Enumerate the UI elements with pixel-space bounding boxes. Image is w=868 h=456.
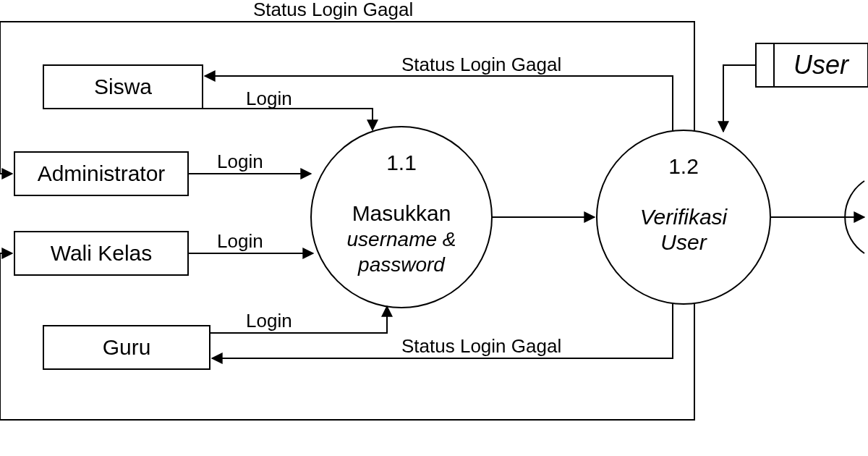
dfd-diagram: Siswa Administrator Wali Kelas Guru User… [0,0,868,456]
entity-administrator-label: Administrator [38,161,166,185]
entity-user-label: User [793,50,850,80]
flow-gagal-guru-label: Status Login Gagal [401,335,561,357]
process-1-1: 1.1 Masukkan username & password [311,127,492,308]
flow-login-wali-kelas: Login [188,230,313,253]
process-1-1-line1: Masukkan [352,201,451,225]
process-1-1-line3: password [357,253,446,276]
flow-p12-out-right [770,181,864,253]
flow-gagal-administrator-label: Status Login Gagal [253,0,413,20]
entity-siswa: Siswa [43,65,203,109]
process-1-2-line2: User [660,230,707,254]
flow-user-to-p12 [723,65,756,132]
flow-login-administrator: Login [188,151,311,174]
flow-gagal-siswa-label: Status Login Gagal [401,54,561,75]
process-1-2: 1.2 Verifikasi User [597,130,770,304]
flow-login-guru-label: Login [246,310,292,332]
flow-login-siswa: Login [203,88,373,130]
process-1-1-number: 1.1 [386,151,417,174]
process-1-1-line2: username & [347,228,456,250]
flow-login-wali-kelas-label: Login [217,230,263,252]
process-1-2-line1: Verifikasi [640,205,728,229]
process-1-2-number: 1.2 [668,154,699,178]
entity-guru-label: Guru [103,335,151,359]
entity-user: User [756,43,868,87]
flow-login-guru: Login [210,306,387,333]
entity-wali-kelas: Wali Kelas [14,232,188,275]
flow-login-siswa-label: Login [246,88,292,109]
flow-login-administrator-label: Login [217,151,263,172]
entity-administrator: Administrator [14,152,188,195]
entity-siswa-label: Siswa [94,75,152,98]
entity-wali-kelas-label: Wali Kelas [51,241,153,265]
entity-guru: Guru [43,326,210,369]
